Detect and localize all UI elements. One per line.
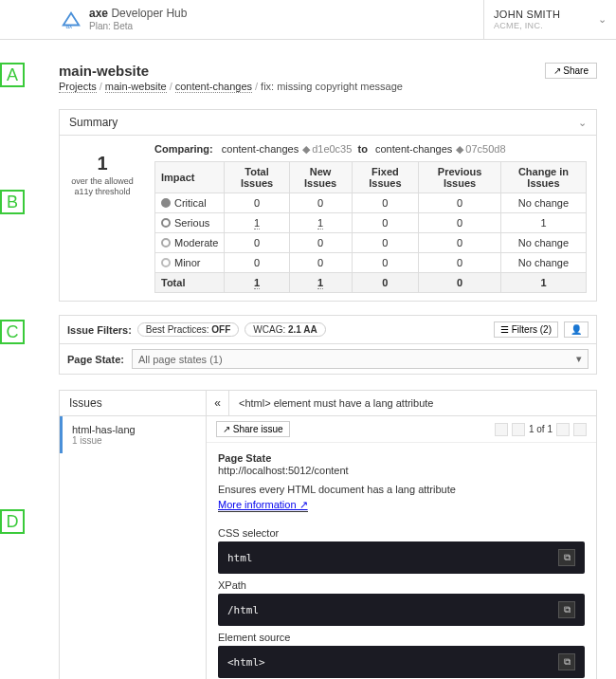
assign-button[interactable]: 👤 xyxy=(564,321,589,338)
marker-c: C xyxy=(0,320,25,344)
chevron-down-icon: ⌄ xyxy=(598,13,607,26)
breadcrumb: Projects/main-website/content-changes/fi… xyxy=(59,81,403,92)
page-state-select[interactable]: All page states (1)▾ xyxy=(132,349,589,369)
pill-wcag[interactable]: WCAG: 2.1 AA xyxy=(245,322,325,337)
chevron-down-icon: ⌄ xyxy=(578,117,587,129)
issue-title: <html> element must have a lang attribut… xyxy=(229,392,596,414)
table-row: Serious11001 xyxy=(155,213,587,233)
svg-text:ax: ax xyxy=(66,23,74,29)
table-row: Moderate0000No change xyxy=(155,233,587,253)
share-button[interactable]: ↗ Share xyxy=(545,63,597,79)
copy-button[interactable]: ⧉ xyxy=(558,601,575,618)
comparing-line: Comparing: content-changes◆d1e0c35 to co… xyxy=(154,143,587,156)
breadcrumb-site[interactable]: main-website xyxy=(105,81,167,93)
breadcrumb-leaf: fix: missing copyright message xyxy=(261,81,403,92)
css-selector-code: html⧉ xyxy=(218,541,585,574)
issues-heading: Issues xyxy=(60,391,206,416)
threshold-over-caption: over the allowed a11y threshold xyxy=(65,176,139,197)
filters-button[interactable]: ☰ Filters (2) xyxy=(494,321,558,338)
summary-header[interactable]: Summary ⌄ xyxy=(60,110,596,136)
table-row: Minor0000No change xyxy=(155,253,587,273)
brand-title: axe Developer Hub xyxy=(89,8,187,20)
pager-text: 1 of 1 xyxy=(529,424,553,434)
issues-panel: Issues html-has-lang 1 issue « <html> el… xyxy=(59,390,597,679)
brand-block: ax axe Developer Hub Plan: Beta xyxy=(0,0,483,39)
table-row: Critical0000No change xyxy=(155,193,587,213)
issue-filters-bar: Issue Filters: Best Practices: OFF WCAG:… xyxy=(59,315,597,344)
issue-item-title: html-has-lang xyxy=(72,424,196,435)
marker-d: D xyxy=(0,509,25,534)
user-org: ACME, INC. xyxy=(494,21,560,31)
user-menu[interactable]: JOHN SMITH ACME, INC. ⌄ xyxy=(483,0,616,39)
severity-icon xyxy=(161,238,171,248)
severity-icon xyxy=(161,258,171,267)
issue-item-count: 1 issue xyxy=(72,435,196,446)
topbar: ax axe Developer Hub Plan: Beta JOHN SMI… xyxy=(0,0,616,40)
pager-prev[interactable] xyxy=(512,423,525,436)
xpath-code: /html⧉ xyxy=(218,594,585,626)
issue-description: Ensures every HTML document has a lang a… xyxy=(218,484,585,495)
copy-button[interactable]: ⧉ xyxy=(558,549,575,566)
page-state-label: Page State: xyxy=(67,354,124,365)
impact-table: Impact Total Issues New Issues Fixed Iss… xyxy=(154,161,587,293)
severity-icon xyxy=(161,198,171,208)
pill-best-practices[interactable]: Best Practices: OFF xyxy=(137,322,239,337)
brand-plan: Plan: Beta xyxy=(89,21,187,31)
xpath-label: XPath xyxy=(218,579,585,591)
page-state-url: http://localhost:5012/content xyxy=(218,465,585,476)
pager-next[interactable] xyxy=(556,423,570,436)
page-state-heading: Page State xyxy=(218,452,585,464)
table-row-total: Total11001 xyxy=(155,273,587,293)
share-issue-button[interactable]: ↗ Share issue xyxy=(216,421,290,437)
breadcrumb-projects[interactable]: Projects xyxy=(59,81,97,93)
page-state-bar: Page State: All page states (1)▾ xyxy=(59,344,597,375)
more-information-link[interactable]: More information ↗ xyxy=(218,499,308,512)
css-selector-label: CSS selector xyxy=(218,527,585,539)
pager-last[interactable] xyxy=(573,423,587,436)
summary-panel: Summary ⌄ 1 over the allowed a11y thresh… xyxy=(59,109,597,302)
pager-first[interactable] xyxy=(495,423,508,436)
marker-a: A xyxy=(0,63,25,87)
pager: 1 of 1 xyxy=(495,423,587,436)
marker-b: B xyxy=(0,190,25,214)
copy-button[interactable]: ⧉ xyxy=(558,653,575,670)
breadcrumb-branch[interactable]: content-changes xyxy=(175,81,252,93)
issue-list-item[interactable]: html-has-lang 1 issue xyxy=(60,416,206,453)
page-title: main-website xyxy=(59,63,403,79)
filters-label: Issue Filters: xyxy=(67,324,132,336)
severity-icon xyxy=(161,218,171,228)
collapse-button[interactable]: « xyxy=(207,391,229,415)
user-name: JOHN SMITH xyxy=(494,9,560,21)
element-source-label: Element source xyxy=(218,632,585,643)
element-source-code: <html>⧉ xyxy=(218,646,585,678)
summary-heading: Summary xyxy=(69,116,118,129)
threshold-over-count: 1 xyxy=(65,153,139,174)
axe-logo-icon: ax xyxy=(61,9,82,30)
